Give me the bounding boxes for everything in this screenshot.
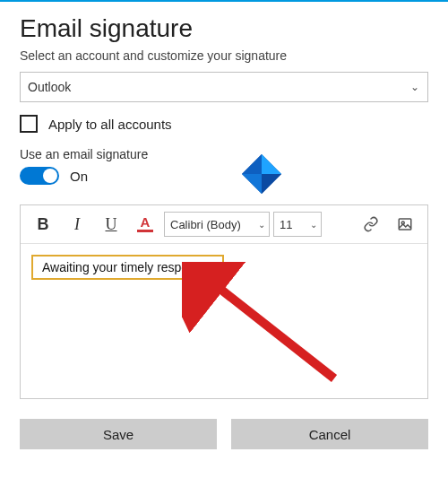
editor-toolbar: B I U A Calibri (Body) ⌄ 11 ⌄ <box>21 205 427 244</box>
use-signature-row: On <box>20 167 428 185</box>
link-icon <box>363 216 379 232</box>
button-row: Save Cancel <box>20 419 428 449</box>
signature-text: Awaiting your timely response! <box>42 260 212 274</box>
windows-logo-icon <box>242 154 281 194</box>
svg-marker-2 <box>242 174 262 194</box>
text-cursor-icon <box>212 262 213 274</box>
editor-body[interactable]: Awaiting your timely response! <box>21 244 427 398</box>
image-button[interactable] <box>390 211 420 238</box>
use-signature-label: Use an email signature <box>20 147 428 161</box>
bold-button[interactable]: B <box>28 211 58 238</box>
image-icon <box>397 216 413 232</box>
font-color-a-icon: A <box>141 216 151 229</box>
use-signature-toggle[interactable] <box>20 167 59 185</box>
save-button[interactable]: Save <box>20 419 217 449</box>
svg-rect-5 <box>399 219 411 230</box>
svg-marker-1 <box>262 154 281 174</box>
link-button[interactable] <box>356 211 386 238</box>
font-size-wrap: 11 ⌄ <box>273 212 322 237</box>
apply-all-row: Apply to all accounts <box>20 115 428 133</box>
account-select[interactable]: Outlook <box>20 72 428 102</box>
use-signature-state: On <box>70 169 88 184</box>
svg-marker-3 <box>242 154 262 174</box>
subtitle: Select an account and customize your sig… <box>20 48 428 63</box>
apply-all-label: Apply to all accounts <box>48 117 172 132</box>
font-family-select[interactable]: Calibri (Body) <box>164 212 270 237</box>
annotation-arrow-icon <box>182 262 361 396</box>
apply-all-checkbox[interactable] <box>20 115 38 133</box>
svg-marker-4 <box>262 174 281 194</box>
cancel-button[interactable]: Cancel <box>231 419 428 449</box>
signature-text-selection[interactable]: Awaiting your timely response! <box>31 255 224 280</box>
italic-button[interactable]: I <box>62 211 92 238</box>
page-title: Email signature <box>20 14 428 43</box>
underline-button[interactable]: U <box>96 211 126 238</box>
signature-editor: B I U A Calibri (Body) ⌄ 11 ⌄ <box>20 204 428 399</box>
account-select-wrap: Outlook ⌄ <box>20 72 428 102</box>
font-size-select[interactable]: 11 <box>273 212 322 237</box>
font-color-button[interactable]: A <box>130 211 160 238</box>
font-family-wrap: Calibri (Body) ⌄ <box>164 212 270 237</box>
svg-line-8 <box>209 280 334 378</box>
font-color-bar-icon <box>137 230 153 232</box>
